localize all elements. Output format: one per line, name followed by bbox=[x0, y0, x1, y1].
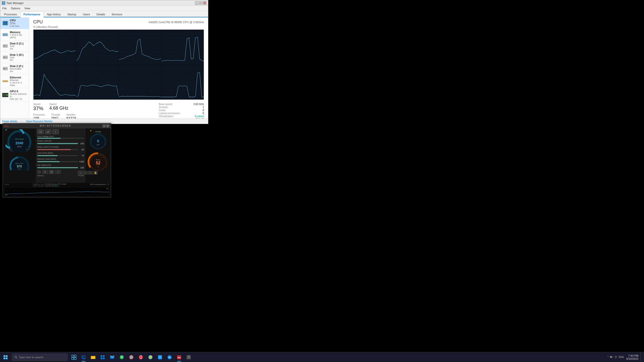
memory-clock-label: Memory Clock (MHz) bbox=[37, 158, 84, 160]
menu-file[interactable]: File bbox=[1, 6, 8, 10]
volume-icon[interactable] bbox=[610, 355, 613, 359]
msi-lock-icon[interactable] bbox=[37, 170, 41, 174]
tab-app-history[interactable]: App history bbox=[44, 12, 64, 17]
graph-cell-2 bbox=[119, 30, 161, 65]
msi-profile-button[interactable] bbox=[49, 170, 54, 174]
core-clock-slider-row: +0 bbox=[37, 154, 84, 157]
sidebar-item-disk2[interactable]: Disk 2 (F:) Removable 0% bbox=[0, 63, 29, 74]
sidebar-item-gpu[interactable]: GPU 0 NVIDIA GeForce R... 54% (31 °C) bbox=[0, 88, 29, 102]
power-limit-slider[interactable] bbox=[37, 143, 78, 144]
tab-processes[interactable]: Processes bbox=[1, 12, 20, 17]
power-limit-slider-row: 100 bbox=[37, 142, 84, 145]
processes-block: Processes 188 bbox=[33, 113, 45, 118]
tab-details[interactable]: Details bbox=[93, 12, 108, 17]
memory-clock-slider[interactable] bbox=[37, 161, 78, 162]
gpu-temp-max-label: 69 bbox=[106, 188, 108, 190]
sidebar-item-disk1[interactable]: Disk 1 (D:) SSD 0% bbox=[0, 52, 29, 63]
sidebar-item-cpu[interactable]: CPU 37% 4.68 GHz bbox=[0, 17, 29, 29]
taskbar-clock[interactable]: 7:43 PM 9/10/2022 bbox=[626, 354, 638, 360]
taskbar-search[interactable]: Type here to search bbox=[12, 354, 67, 361]
taskbar-app-opera[interactable] bbox=[136, 352, 145, 362]
cpu-name: CPU bbox=[10, 19, 19, 22]
fewer-details-link[interactable]: Fewer details bbox=[2, 120, 17, 123]
profile-1-button[interactable]: 1 bbox=[78, 171, 83, 174]
svg-point-125 bbox=[139, 355, 143, 359]
taskbar-app-msi-ab[interactable]: MSI bbox=[175, 352, 184, 362]
close-button[interactable]: ✕ bbox=[203, 1, 207, 5]
taskbar-app-taskview[interactable] bbox=[69, 352, 78, 362]
taskbar-app-store[interactable] bbox=[98, 352, 107, 362]
taskbar-apps: 🔑 i TV MSI ? bbox=[69, 352, 193, 362]
temp-limit-slider[interactable] bbox=[37, 149, 78, 150]
menu-view[interactable]: View bbox=[23, 6, 31, 10]
taskbar-app-keepass[interactable]: 🔑 bbox=[146, 352, 155, 362]
processes-label: Processes bbox=[33, 113, 45, 116]
fan-speed-slider[interactable] bbox=[37, 167, 78, 168]
taskbar-app-spotify[interactable] bbox=[117, 352, 126, 362]
svg-text:MHz: MHz bbox=[18, 168, 21, 170]
svg-point-88 bbox=[45, 171, 46, 172]
taskbar-app-chrome[interactable] bbox=[127, 352, 136, 362]
sidebar-item-disk0[interactable]: Disk 0 (C:) SSD 1% bbox=[0, 40, 29, 52]
temperature-gauge: Temp. 52 °C bbox=[87, 149, 109, 172]
chrome-icon bbox=[129, 355, 134, 360]
start-button[interactable] bbox=[0, 352, 11, 362]
msi-apply-button[interactable] bbox=[45, 129, 51, 134]
tab-users[interactable]: Users bbox=[79, 12, 93, 17]
teamviewer-icon: TV bbox=[167, 355, 172, 360]
core-clock-control: Core Clock (MHz) +0 bbox=[37, 152, 84, 157]
tab-startup[interactable]: Startup bbox=[64, 12, 79, 17]
svg-rect-4 bbox=[3, 34, 4, 36]
edge-icon bbox=[81, 355, 86, 360]
msi-chart-button[interactable] bbox=[55, 170, 61, 174]
menu-options[interactable]: Options bbox=[10, 6, 21, 10]
taskbar-right: ^ ENG 7:43 PM 9/10/2022 bbox=[608, 353, 644, 362]
ethernet-icon bbox=[2, 78, 8, 84]
keepass-icon: 🔑 bbox=[148, 355, 153, 360]
svg-text:°C: °C bbox=[97, 166, 99, 168]
profile-3-button[interactable]: 3 bbox=[88, 171, 93, 174]
profile-lock-button[interactable]: 🔒 bbox=[93, 171, 98, 174]
cpu-detail-panel: CPU Intel(R) Core(TM) i9-9900K CPU @ 3.6… bbox=[29, 17, 208, 118]
profile-2-button[interactable]: 2 bbox=[83, 171, 88, 174]
core-voltage-slider[interactable] bbox=[37, 138, 84, 139]
svg-rect-120 bbox=[103, 357, 105, 359]
taskbar-app-edge[interactable] bbox=[79, 352, 88, 362]
tray-overflow-button[interactable]: ^ bbox=[608, 356, 609, 358]
taskbar-app-hwinfo[interactable]: i bbox=[155, 352, 165, 362]
handles-label: Handles bbox=[66, 113, 76, 116]
core-clock-slider[interactable] bbox=[37, 155, 78, 156]
show-desktop-button[interactable] bbox=[640, 353, 642, 362]
ethernet-sub2: S: 80.0 R: 0 Kbps bbox=[10, 81, 27, 86]
maximize-button[interactable]: □ bbox=[199, 1, 203, 5]
tab-services[interactable]: Services bbox=[108, 12, 125, 17]
msi-minimize-button[interactable]: _ bbox=[103, 124, 106, 127]
msi-startup-profile-row: Startup Profile bbox=[37, 174, 84, 177]
svg-text:0: 0 bbox=[97, 139, 99, 143]
msi-info-button[interactable]: i bbox=[52, 129, 59, 134]
graph-cell-7 bbox=[162, 65, 204, 100]
gpu-temp-min-label: 46 bbox=[5, 194, 8, 196]
msi-settings-button[interactable] bbox=[42, 170, 48, 174]
svg-text:⚡: ⚡ bbox=[90, 130, 92, 132]
core-voltage-label: Core Voltage (mV) bbox=[37, 135, 84, 138]
svg-text:Temp.: Temp. bbox=[96, 159, 100, 161]
svg-text:?: ? bbox=[188, 356, 189, 359]
taskbar-app-explorer[interactable] bbox=[89, 352, 98, 362]
disk2-name: Disk 2 (F:) bbox=[10, 65, 23, 68]
taskbar-app-teamviewer[interactable]: TV bbox=[165, 352, 174, 362]
svg-rect-20 bbox=[4, 81, 5, 81]
taskbar-app-unknown[interactable]: ? bbox=[184, 352, 193, 362]
msi-detach-link[interactable]: DETACH bbox=[51, 185, 58, 187]
minimize-button[interactable]: _ bbox=[195, 1, 198, 5]
sidebar-item-memory[interactable]: Memory 7.3/15.9 GB (46%) bbox=[0, 29, 29, 40]
msi-reset-button[interactable] bbox=[37, 129, 44, 134]
sidebar-item-ethernet[interactable]: Ethernet Ethernet S: 80.0 R: 0 Kbps bbox=[0, 74, 29, 88]
network-icon[interactable] bbox=[614, 355, 618, 359]
msi-close-button[interactable]: ✕ bbox=[106, 124, 109, 127]
open-resource-monitor-link[interactable]: Open Resource Monitor bbox=[26, 120, 53, 123]
msi-bottom-graph: 4.8.4 Graphics Card: NVIDIA Geforce RTX … bbox=[3, 183, 111, 197]
tab-performance[interactable]: Performance bbox=[20, 12, 44, 17]
svg-rect-22 bbox=[6, 81, 7, 81]
taskbar-app-mail[interactable] bbox=[108, 352, 117, 362]
